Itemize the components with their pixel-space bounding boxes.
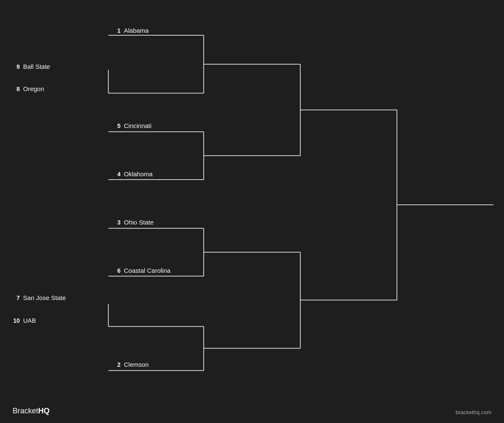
seed-san-jose-state: 7 (10, 295, 20, 301)
team-san-jose-state: 7 San Jose State (10, 294, 66, 301)
seed-oklahoma: 4 (111, 171, 121, 178)
team-cincinnati: 5 Cincinnati (111, 122, 152, 129)
footer-brand-bold: HQ (38, 407, 50, 415)
name-uab: UAB (23, 317, 36, 324)
team-ball-state: 9 Ball State (10, 63, 50, 70)
seed-ohio-state: 3 (111, 219, 121, 226)
seed-ball-state: 9 (10, 63, 20, 70)
seed-cincinnati: 5 (111, 123, 121, 129)
bracket-svg (0, 0, 504, 423)
name-ball-state: Ball State (23, 63, 50, 70)
seed-coastal-carolina: 6 (111, 267, 121, 274)
team-oklahoma: 4 Oklahoma (111, 170, 152, 178)
team-alabama: 1 Alabama (111, 27, 149, 34)
name-cincinnati: Cincinnati (124, 122, 152, 129)
name-coastal-carolina: Coastal Carolina (124, 267, 171, 274)
footer-brand-regular: Bracket (13, 407, 38, 415)
name-oklahoma: Oklahoma (124, 170, 152, 178)
seed-alabama: 1 (111, 27, 121, 34)
name-clemson: Clemson (124, 361, 149, 368)
seed-uab: 10 (10, 317, 20, 324)
seed-oregon: 8 (10, 86, 20, 92)
name-oregon: Oregon (23, 85, 44, 92)
seed-clemson: 2 (111, 361, 121, 368)
name-san-jose-state: San Jose State (23, 294, 66, 301)
team-clemson: 2 Clemson (111, 361, 149, 368)
team-oregon: 8 Oregon (10, 85, 44, 92)
bracket-container: 1 Alabama 9 Ball State 8 Oregon 5 Cincin… (0, 0, 504, 423)
team-uab: 10 UAB (10, 317, 36, 324)
name-ohio-state: Ohio State (124, 219, 154, 226)
team-ohio-state: 3 Ohio State (111, 219, 154, 226)
footer: Bracket HQ (13, 407, 50, 415)
team-coastal-carolina: 6 Coastal Carolina (111, 267, 171, 274)
name-alabama: Alabama (124, 27, 149, 34)
footer-url: brackethq.com (456, 409, 491, 415)
